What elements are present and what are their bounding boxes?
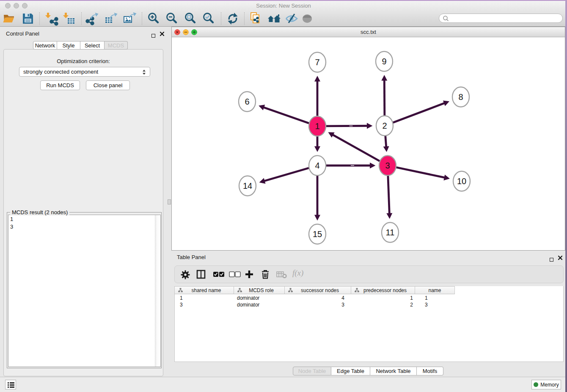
- graph-node-11[interactable]: 11: [382, 223, 399, 243]
- graph-node-6[interactable]: 6: [239, 92, 256, 112]
- column-header-MCDS-role[interactable]: MCDS role: [234, 286, 285, 294]
- svg-text:15: 15: [313, 229, 322, 239]
- window-title: Session: New Session: [0, 3, 567, 9]
- edge-2-8[interactable]: [385, 103, 445, 126]
- graph-node-2[interactable]: 2: [376, 116, 393, 136]
- table-panel-float-button[interactable]: [550, 256, 553, 263]
- import-network-icon[interactable]: [44, 11, 59, 26]
- control-panel-close-icon[interactable]: [160, 31, 165, 36]
- control-tab-select[interactable]: Select: [80, 41, 105, 50]
- table-tab-edge-table[interactable]: Edge Table: [331, 367, 370, 375]
- graph-node-9[interactable]: 9: [376, 52, 393, 72]
- table-settings-icon[interactable]: [180, 269, 191, 280]
- table-cell[interactable]: 1: [351, 295, 415, 301]
- select-stepper-icon: [142, 69, 146, 75]
- zoom-fit-icon[interactable]: [183, 11, 198, 26]
- graph-node-3[interactable]: 3: [379, 156, 396, 176]
- add-column-icon[interactable]: [244, 269, 254, 279]
- svg-text:4: 4: [315, 161, 319, 170]
- graph-node-7[interactable]: 7: [309, 52, 326, 72]
- table-panel-close-icon[interactable]: [558, 255, 563, 260]
- list-icon: [8, 382, 14, 388]
- clone-network-icon[interactable]: [248, 11, 263, 26]
- vertical-splitter-grip[interactable]: [168, 199, 171, 204]
- column-header-predecessor-nodes[interactable]: predecessor nodes: [351, 286, 415, 294]
- zoom-out-icon[interactable]: [165, 11, 179, 26]
- table-cell[interactable]: 1: [415, 295, 455, 301]
- control-panel-float-button[interactable]: [151, 32, 155, 39]
- graph-node-10[interactable]: 10: [453, 171, 470, 191]
- node-table: shared nameMCDS rolesuccessor nodesprede…: [174, 286, 564, 362]
- table-cell[interactable]: 3: [175, 301, 234, 308]
- export-image-icon[interactable]: [122, 11, 137, 26]
- open-session-icon[interactable]: [2, 11, 17, 26]
- show-columns-icon[interactable]: [196, 269, 206, 279]
- svg-text:2: 2: [382, 121, 387, 130]
- network-view-window: scc.txt 7968124314101511: [171, 27, 565, 251]
- criterion-value: strongly connected component: [23, 69, 98, 75]
- graph-node-14[interactable]: 14: [239, 176, 256, 196]
- table-cell[interactable]: dominator: [234, 295, 285, 301]
- mcds-result-text[interactable]: 1 3: [8, 215, 161, 367]
- refresh-icon[interactable]: [226, 11, 240, 26]
- edge-arrowhead: [443, 174, 450, 180]
- home-icon[interactable]: [267, 11, 281, 26]
- table-tab-network-table[interactable]: Network Table: [370, 367, 417, 375]
- graph-node-4[interactable]: 4: [309, 156, 326, 176]
- svg-text:7: 7: [315, 58, 319, 67]
- graph-node-1[interactable]: 1: [309, 116, 326, 136]
- deselect-all-icon[interactable]: [229, 271, 241, 278]
- mcds-result-scrollbar[interactable]: [155, 215, 160, 367]
- zoom-in-icon[interactable]: [146, 11, 161, 26]
- hide-graphics-details-icon[interactable]: [284, 11, 299, 26]
- select-all-icon[interactable]: [213, 271, 225, 278]
- show-graphics-details-icon[interactable]: [300, 11, 314, 26]
- control-tab-style[interactable]: Style: [57, 41, 80, 50]
- svg-text:10: 10: [457, 177, 466, 186]
- edge-3-1[interactable]: [333, 135, 388, 166]
- table-cell[interactable]: 3: [285, 301, 351, 308]
- control-tab-mcds[interactable]: MCDS: [105, 41, 128, 50]
- control-panel-tabs: NetworkStyleSelectMCDS: [33, 41, 128, 50]
- table-cell[interactable]: 2: [351, 301, 415, 308]
- import-table-icon[interactable]: [62, 11, 77, 26]
- function-builder-icon[interactable]: f(x): [292, 268, 303, 278]
- graph-node-15[interactable]: 15: [309, 224, 326, 244]
- save-session-icon[interactable]: [21, 11, 35, 26]
- column-header-name[interactable]: name: [415, 286, 455, 294]
- network-window-title: scc.txt: [172, 29, 565, 35]
- memory-button[interactable]: Memory: [531, 380, 561, 389]
- task-history-button[interactable]: [5, 380, 16, 389]
- delete-table-icon[interactable]: [276, 271, 287, 279]
- edge-arrowhead: [386, 213, 392, 219]
- export-network-icon[interactable]: [85, 11, 99, 26]
- criterion-select[interactable]: strongly connected component: [19, 67, 150, 77]
- search-input[interactable]: [439, 14, 563, 23]
- optimization-criterion-label: Optimization criterion:: [3, 58, 163, 64]
- column-header-successor-nodes[interactable]: successor nodes: [285, 286, 351, 294]
- table-cell[interactable]: 1: [175, 295, 234, 301]
- zoom-selected-icon[interactable]: [201, 11, 216, 26]
- table-tab-node-table[interactable]: Node Table: [293, 367, 331, 375]
- close-panel-button[interactable]: Close panel: [86, 80, 130, 90]
- table-cell[interactable]: 4: [285, 295, 351, 301]
- toolbar-separator: [142, 12, 142, 25]
- table-panel-title: Table Panel: [177, 254, 206, 260]
- delete-column-icon[interactable]: [260, 269, 270, 279]
- svg-text:9: 9: [382, 57, 386, 66]
- toolbar-separator: [244, 12, 245, 25]
- edge-arrowhead: [370, 163, 376, 168]
- toolbar-separator: [81, 12, 82, 25]
- export-table-icon[interactable]: [104, 11, 118, 26]
- desktop-edge-right: [565, 0, 567, 392]
- table-tab-motifs[interactable]: Motifs: [417, 367, 443, 375]
- column-header-shared-name[interactable]: shared name: [175, 286, 234, 294]
- table-cell[interactable]: dominator: [234, 301, 285, 308]
- mcds-result-title: MCDS result (2 nodes): [10, 209, 69, 215]
- control-tab-network[interactable]: Network: [33, 41, 57, 50]
- run-mcds-button[interactable]: Run MCDS: [40, 80, 80, 90]
- network-graph[interactable]: 7968124314101511: [172, 38, 565, 250]
- graph-node-8[interactable]: 8: [452, 87, 469, 107]
- network-window-titlebar: scc.txt: [172, 27, 565, 37]
- table-cell[interactable]: 3: [415, 301, 455, 308]
